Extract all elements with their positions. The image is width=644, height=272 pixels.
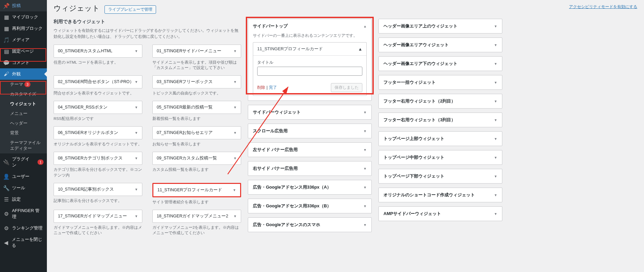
widget-desc: ガイドマップメニューを表示します。※内容はメニューで作成してください (54, 225, 142, 235)
area-header-2[interactable]: 左サイド バナー広告用▼ (248, 143, 371, 157)
available-widget-4[interactable]: 04_STINGER_RSSボタン▼ (54, 101, 142, 114)
submenu-item-5[interactable]: 背景 (0, 128, 47, 138)
available-widget-3[interactable]: 03_STINGERフリーボックス▼ (152, 75, 241, 88)
chevron-down-icon: ▼ (363, 129, 367, 133)
placed-widget-header[interactable]: 11_STINGERプロフィールカード ▲ (253, 43, 366, 56)
submenu-item-4[interactable]: ヘッダー (0, 119, 47, 128)
grid-icon: ▦ (3, 14, 9, 20)
area-header-r8[interactable]: トップページ下部ウィジェット▼ (379, 169, 502, 183)
area-header-r2[interactable]: ヘッダー画像エリア下のウィジェット▼ (379, 57, 502, 71)
chevron-down-icon: ▼ (135, 214, 138, 218)
saved-button[interactable]: 保存しました (331, 83, 362, 92)
widget-desc: カスタム投稿一覧を表示します (152, 167, 241, 172)
brush-icon: 🖌 (3, 71, 9, 77)
submenu-item-0[interactable]: テーマ3 (0, 80, 47, 89)
main-content: アクセシビリティモードを有効にする ウィジェット ライブプレビューで管理 利用で… (47, 0, 644, 272)
chevron-down-icon: ▼ (233, 188, 236, 192)
available-widget-1[interactable]: 01_STINGERサイドバーメニュー▼ (152, 45, 241, 58)
area-header-r9[interactable]: オリジナルのショートコード作成ウィジェット▼ (379, 188, 502, 202)
done-link[interactable]: 完了 (269, 85, 277, 90)
chevron-down-icon: ▼ (494, 43, 497, 47)
available-widget-12[interactable]: 17_STINGERガイドマップメニュー▼ (54, 210, 142, 223)
available-widget-6[interactable]: 06_STINGERオリジナルボタン▼ (54, 126, 142, 139)
area-header-5[interactable]: 広告・Googleアドセンス用336px（B）▼ (248, 199, 371, 213)
chevron-down-icon: ▼ (363, 111, 367, 114)
area-header-r10[interactable]: AMPサイドバーウィジェット▼ (379, 207, 502, 221)
available-widget-7[interactable]: 07_STINGERお知らせエリア▼ (152, 126, 241, 139)
available-widget-10[interactable]: 10_STINGER記事別ボックス▼ (54, 183, 142, 196)
widget-desc: トピックス風の自由なボックスです。 (152, 90, 241, 96)
chevron-down-icon: ▼ (494, 118, 497, 122)
chevron-down-icon: ▼ (135, 106, 138, 109)
area-header-0[interactable]: サイドバーウィジェット▼ (248, 105, 371, 119)
submenu-item-3[interactable]: メニュー (0, 109, 47, 119)
sidebar-item-9[interactable]: 🔧ツール (0, 182, 47, 194)
chevron-up-icon: ▲ (363, 24, 367, 28)
sidebar-item-4[interactable]: ▤固定ページ (0, 46, 47, 57)
chevron-down-icon: ▼ (494, 99, 497, 103)
area-header-6[interactable]: 広告・Googleアドセンスのスマホ▼ (248, 218, 371, 232)
area-header-r7[interactable]: トップページ中部ウィジェット▼ (379, 150, 502, 164)
area-header-1[interactable]: スクロール広告用▼ (248, 124, 371, 138)
area-header-3[interactable]: 右サイド バナー広告用▼ (248, 161, 371, 176)
sidebar-item-3[interactable]: 🎵メディア (0, 34, 47, 46)
available-widget-9[interactable]: 09_STINGERカスタム投稿一覧▼ (152, 152, 241, 165)
sidebar-item-11[interactable]: ⚙AFFINGER 管理 (0, 205, 47, 222)
widget-desc: 新着投稿一覧を表示します (152, 116, 241, 121)
sidebar-item-6[interactable]: 🖌外観 (0, 68, 47, 80)
chevron-down-icon: ▼ (233, 214, 237, 218)
collapse-icon: ◀ (3, 240, 9, 246)
chevron-down-icon: ▼ (363, 148, 367, 152)
area-header[interactable]: サイドバートップ ▲ (248, 19, 371, 33)
available-widget-5[interactable]: 05_STINGER最新の投稿一覧▼ (152, 101, 241, 114)
widget-desc: カテゴリ別に表示を分けるボックスです。※コンテンツ内 (54, 167, 142, 178)
sidebar-item-7[interactable]: 🔌プラグイン1 (0, 153, 47, 171)
user-icon: 👤 (3, 174, 9, 180)
sidebar-item-2[interactable]: ▦再利用ブロック (0, 23, 47, 34)
area-header-r5[interactable]: フッター右用ウィジェット（3列目）▼ (379, 113, 502, 127)
sidebar-item-1[interactable]: ▦マイブロック (0, 11, 47, 23)
plug-icon: 🔌 (3, 159, 9, 165)
chevron-down-icon: ▼ (135, 188, 138, 191)
widget-desc: お知らせ一覧を表示します (152, 141, 241, 147)
delete-link[interactable]: 削除 (257, 85, 265, 90)
submenu-item-1[interactable]: カスタマイズ (0, 89, 47, 99)
chevron-down-icon: ▼ (494, 62, 497, 66)
available-widget-13[interactable]: 18_STINGERガイドマップメニュー2▼ (152, 210, 241, 223)
chevron-down-icon: ▼ (135, 80, 138, 84)
area-header-r3[interactable]: フッター一括ウィジェット▼ (379, 75, 502, 89)
sidebar-item-10[interactable]: ☰設定 (0, 194, 47, 205)
area-header-r0[interactable]: ヘッダー画像エリア上のウィジェット▼ (379, 19, 502, 33)
available-widget-11[interactable]: 11_STINGERプロフィールカード▼ (152, 183, 241, 197)
chevron-down-icon: ▼ (363, 186, 367, 189)
widget-desc: サイドメニューを表示します。項目や並び順は「カスタムメニュー」で設定して下さい (152, 60, 241, 70)
chevron-down-icon: ▼ (494, 193, 497, 197)
available-widget-2[interactable]: 02_STINGER問合せボタン（ST-PRO）▼ (54, 75, 142, 88)
sidebar-item-13[interactable]: ◀メニューを閉じる (0, 234, 47, 251)
area-sidebar-top: サイドバートップ ▲ サイドバーの一番上に表示されるコンテンツエリアです。 11… (248, 19, 372, 101)
sidebar-item-12[interactable]: ⚙ランキング管理 (0, 222, 47, 234)
submenu-item-6[interactable]: テーマファイルエディター (0, 138, 47, 153)
chevron-down-icon: ▼ (233, 106, 237, 109)
chevron-down-icon: ▼ (363, 223, 367, 227)
live-preview-button[interactable]: ライブプレビューで管理 (104, 5, 156, 14)
submenu-item-2[interactable]: ウィジェット (0, 99, 47, 109)
area-header-r6[interactable]: トップページ上部ウィジェット▼ (379, 132, 502, 146)
count-badge: 1 (38, 159, 44, 165)
chevron-down-icon: ▼ (494, 81, 497, 84)
widget-desc: サイト管理者紹介を表示します (152, 199, 241, 205)
sidebar-item-5[interactable]: 💬コメント (0, 57, 47, 68)
available-widget-0[interactable]: 00_STINGERカスタムHTML▼ (54, 45, 142, 58)
accessibility-mode-link[interactable]: アクセシビリティモードを有効にする (569, 4, 637, 10)
sidebar-areas-column-2: ヘッダー画像エリア上のウィジェット▼ヘッダー画像エリアウィジェット▼ヘッダー画像… (378, 19, 502, 241)
chevron-down-icon: ▼ (135, 156, 138, 160)
available-widget-8[interactable]: 08_STINGERカテゴリ別ボックス▼ (54, 152, 142, 165)
area-header-r4[interactable]: フッター右用ウィジェット（2列目）▼ (379, 94, 502, 108)
title-input[interactable] (257, 67, 362, 76)
sidebar-item-8[interactable]: 👤ユーザー (0, 171, 47, 182)
sidebar-item-0[interactable]: 📌投稿 (0, 0, 47, 11)
chevron-down-icon: ▼ (494, 137, 497, 141)
area-desc: サイドバーの一番上に表示されるコンテンツエリアです。 (253, 33, 367, 38)
area-header-4[interactable]: 広告・Googleアドセンス用336px（A）▼ (248, 180, 371, 194)
area-header-r1[interactable]: ヘッダー画像エリアウィジェット▼ (379, 38, 502, 52)
